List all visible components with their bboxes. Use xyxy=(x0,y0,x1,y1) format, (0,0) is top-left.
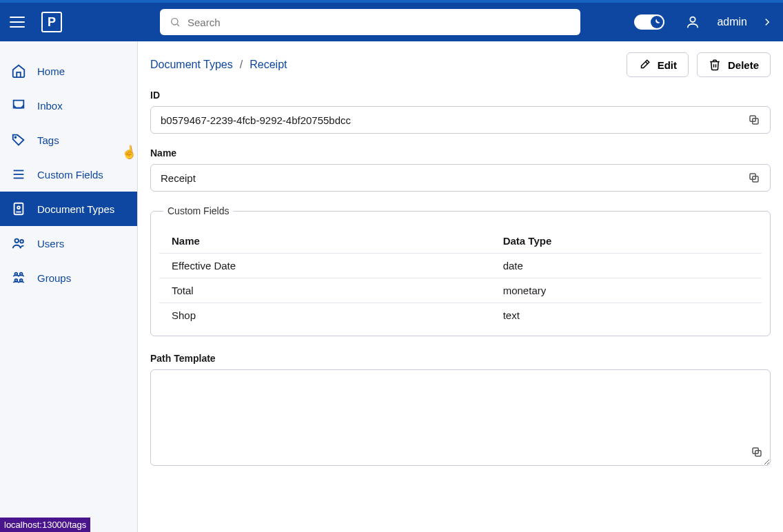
svg-point-10 xyxy=(20,240,23,243)
sidebar-item-label: Users xyxy=(37,238,64,249)
sidebar-item-label: Inbox xyxy=(37,100,63,112)
table-row[interactable]: Effective Date date xyxy=(159,254,762,278)
tag-icon xyxy=(11,132,26,147)
cell-datatype: text xyxy=(491,303,762,328)
sidebar-item-label: Document Types xyxy=(37,203,114,215)
search-icon xyxy=(170,17,181,28)
field-label-name: Name xyxy=(150,147,771,158)
name-text: Receipt xyxy=(161,172,196,184)
app-logo[interactable]: P xyxy=(41,12,62,32)
copy-icon xyxy=(751,446,763,458)
field-value-id: b0579467-2239-4fcb-9292-4bf20755bdcc xyxy=(150,106,771,134)
trash-icon xyxy=(709,59,721,71)
id-text: b0579467-2239-4fcb-9292-4bf20755bdcc xyxy=(161,114,351,126)
sidebar-item-users[interactable]: Users xyxy=(0,226,137,260)
table-row[interactable]: Total monetary xyxy=(159,278,762,303)
field-label-id: ID xyxy=(150,90,771,101)
copy-id-button[interactable] xyxy=(748,114,760,126)
svg-point-8 xyxy=(17,206,20,209)
sidebar: Home Inbox Tags Custom Fields Document T… xyxy=(0,41,138,532)
copy-icon xyxy=(748,114,760,126)
sidebar-item-label: Custom Fields xyxy=(37,169,103,181)
sidebar-item-inbox[interactable]: Inbox xyxy=(0,88,137,123)
menu-toggle-button[interactable] xyxy=(10,12,29,32)
delete-button[interactable]: Delete xyxy=(697,52,771,77)
copy-name-button[interactable] xyxy=(748,172,760,184)
delete-button-label: Delete xyxy=(728,59,759,71)
table-row[interactable]: Shop text xyxy=(159,303,762,328)
pencil-icon xyxy=(638,59,651,71)
cell-name: Total xyxy=(159,278,491,303)
search-container xyxy=(160,9,580,35)
sidebar-item-custom-fields[interactable]: Custom Fields xyxy=(0,157,137,192)
svg-point-3 xyxy=(15,136,17,138)
groups-icon xyxy=(11,270,26,285)
sidebar-item-home[interactable]: Home xyxy=(0,54,137,88)
breadcrumb-separator: / xyxy=(240,59,243,71)
edit-button-label: Edit xyxy=(658,59,677,71)
field-value-path-template xyxy=(150,369,771,466)
copy-icon xyxy=(748,172,760,184)
sidebar-item-tags[interactable]: Tags xyxy=(0,123,137,157)
theme-toggle[interactable] xyxy=(634,14,664,30)
list-icon xyxy=(11,167,26,182)
sidebar-item-document-types[interactable]: Document Types xyxy=(0,192,137,226)
inbox-icon xyxy=(11,98,26,113)
main-content: Document Types / Receipt Edit Delete ID … xyxy=(138,41,783,532)
field-label-path-template: Path Template xyxy=(150,353,771,364)
svg-point-0 xyxy=(172,19,178,25)
breadcrumb-parent-link[interactable]: Document Types xyxy=(150,59,233,71)
svg-point-2 xyxy=(691,17,695,22)
home-icon xyxy=(11,63,26,79)
field-value-name: Receipt xyxy=(150,164,771,192)
copy-path-template-button[interactable] xyxy=(751,446,763,458)
sidebar-item-label: Home xyxy=(37,65,65,77)
user-avatar-icon[interactable] xyxy=(685,14,700,30)
svg-line-1 xyxy=(177,24,179,26)
cell-name: Effective Date xyxy=(159,254,491,278)
topbar: P admin xyxy=(0,0,783,41)
sidebar-item-label: Tags xyxy=(37,134,59,146)
breadcrumb: Document Types / Receipt xyxy=(150,59,287,71)
document-icon xyxy=(11,201,26,216)
search-input[interactable] xyxy=(187,17,571,28)
users-icon xyxy=(11,236,26,251)
cell-name: Shop xyxy=(159,303,491,328)
sidebar-item-groups[interactable]: Groups xyxy=(0,260,137,295)
column-header-datatype: Data Type xyxy=(491,229,762,254)
cell-datatype: date xyxy=(491,254,762,278)
edit-button[interactable]: Edit xyxy=(627,52,689,77)
status-bar: localhost:13000/tags xyxy=(0,518,90,532)
custom-fields-legend: Custom Fields xyxy=(163,205,233,216)
sidebar-item-label: Groups xyxy=(37,272,71,284)
custom-fields-group: Custom Fields Name Data Type Effective D… xyxy=(150,205,771,336)
username-label[interactable]: admin xyxy=(717,16,747,28)
svg-point-9 xyxy=(15,239,19,243)
custom-fields-table: Name Data Type Effective Date date Total… xyxy=(159,229,762,327)
breadcrumb-current-link[interactable]: Receipt xyxy=(250,59,287,71)
column-header-name: Name xyxy=(159,229,491,254)
moon-icon xyxy=(651,16,663,28)
cell-datatype: monetary xyxy=(491,278,762,303)
chevron-right-icon[interactable] xyxy=(761,16,773,28)
